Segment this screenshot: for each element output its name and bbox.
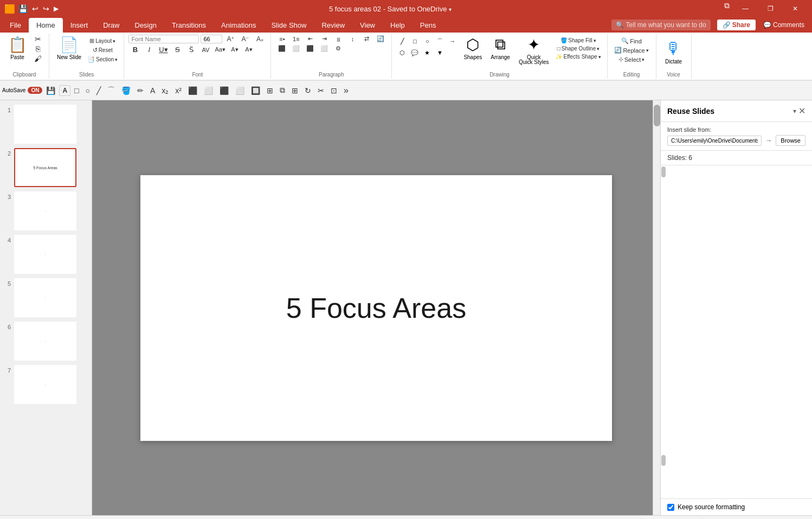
shape-callout[interactable]: 💬 — [409, 47, 421, 58]
search-box[interactable]: 🔍 Tell me what you want to do — [611, 20, 711, 30]
color-btn[interactable]: A▾ — [242, 46, 255, 54]
convert-btn[interactable]: 🔄 — [374, 35, 387, 43]
qa-redo[interactable]: ↪ — [42, 3, 50, 14]
justify-btn[interactable]: ⬜ — [318, 44, 331, 53]
path-arrow-btn[interactable]: → — [764, 135, 774, 146]
align-right2-btn[interactable]: ⬛ — [217, 85, 231, 96]
arrange2-btn[interactable]: ⧉ — [277, 85, 288, 96]
shape-oval-btn[interactable]: ○ — [83, 85, 93, 96]
increase-font-btn[interactable]: A⁺ — [224, 35, 237, 43]
tab-view[interactable]: View — [352, 18, 383, 33]
case-btn[interactable]: Aa▾ — [213, 46, 227, 54]
reuse-panel-dropdown[interactable]: ▾ — [793, 107, 796, 115]
save2-btn[interactable]: 💾 — [43, 85, 58, 96]
align-left2-btn[interactable]: ⬛ — [185, 85, 200, 96]
reset-btn[interactable]: ↺ Reset — [86, 46, 119, 54]
columns-btn[interactable]: ⫼ — [332, 35, 345, 43]
rotate-btn[interactable]: ↻ — [302, 85, 314, 96]
path-input[interactable] — [667, 136, 762, 146]
more-tools-btn[interactable]: » — [341, 85, 351, 97]
shape-line[interactable]: ╱ — [396, 36, 408, 47]
slide-preview-6[interactable]: · — [14, 322, 76, 361]
line-spacing-btn[interactable]: ↕ — [346, 35, 359, 43]
smart-art-btn[interactable]: ⚙ — [332, 44, 345, 53]
text-color-btn[interactable]: A — [147, 85, 158, 96]
decrease-font-btn[interactable]: A⁻ — [239, 35, 252, 43]
reuse-panel-close-btn[interactable]: ✕ — [798, 106, 805, 116]
group-btn[interactable]: ⊞ — [264, 85, 276, 96]
qa-undo[interactable]: ↩ — [31, 3, 40, 14]
shape-down[interactable]: ▼ — [434, 47, 446, 58]
keep-source-formatting-row[interactable]: Keep source formatting — [661, 498, 812, 515]
slide-thumb-3[interactable]: 3 · — [2, 191, 89, 230]
autosave-state[interactable]: ON — [28, 87, 42, 94]
maximize-btn[interactable]: ❐ — [758, 0, 783, 17]
replace-btn[interactable]: 🔄 Replace ▾ — [612, 46, 652, 54]
shape-connector-btn[interactable]: ⌒ — [105, 85, 118, 97]
decrease-indent-btn[interactable]: ⇤ — [304, 35, 317, 43]
tab-draw[interactable]: Draw — [95, 18, 127, 33]
shape-star[interactable]: ★ — [421, 47, 433, 58]
tab-design[interactable]: Design — [127, 18, 164, 33]
shape-more[interactable]: ⬡ — [396, 47, 408, 58]
shadow-btn[interactable]: S̈ — [185, 45, 198, 54]
slide-thumb-5[interactable]: 5 · — [2, 278, 89, 317]
text-box-btn[interactable]: A — [59, 85, 70, 96]
bold-btn[interactable]: B — [128, 45, 141, 54]
shape-connector[interactable]: ⌒ — [434, 36, 446, 47]
shape-effects-btn[interactable]: ✨ Effects Shape ▾ — [554, 53, 602, 60]
line-color-btn[interactable]: ✏ — [134, 85, 146, 96]
font-size-input[interactable] — [201, 35, 222, 43]
align3-btn[interactable]: ⊞ — [289, 85, 301, 96]
tab-transitions[interactable]: Transitions — [164, 18, 214, 33]
qa-save[interactable]: 💾 — [17, 3, 29, 14]
restore-icon[interactable]: ⧉ — [721, 0, 733, 17]
layout-btn[interactable]: ⊞ Layout ▾ — [86, 37, 119, 45]
close-btn[interactable]: ✕ — [783, 0, 808, 17]
slide-preview-7[interactable]: · — [14, 365, 76, 404]
tab-slideshow[interactable]: Slide Show — [263, 18, 314, 33]
comments-btn[interactable]: 💬 Comments — [758, 20, 810, 30]
section-btn[interactable]: 📑 Section ▾ — [86, 55, 119, 63]
shape-rect[interactable]: □ — [409, 36, 421, 47]
shape-arrow[interactable]: → — [446, 36, 458, 47]
share-btn[interactable]: 🔗 Share — [717, 20, 756, 30]
shape-outline-btn[interactable]: □ Shape Outline ▾ — [554, 45, 602, 52]
shape-rect-btn[interactable]: □ — [72, 85, 81, 96]
shape-fill-btn[interactable]: 🪣 Shape Fill ▾ — [554, 37, 602, 44]
minimize-btn[interactable]: — — [733, 0, 758, 17]
slide-preview-4[interactable]: · — [14, 235, 76, 274]
increase-indent-btn[interactable]: ⇥ — [318, 35, 331, 43]
slide-preview-1[interactable] — [14, 105, 76, 144]
shape-oval[interactable]: ○ — [421, 36, 433, 47]
superscript-btn[interactable]: x² — [172, 85, 184, 96]
tab-help[interactable]: Help — [383, 18, 413, 33]
justify2-btn[interactable]: ⬜ — [233, 85, 247, 96]
paste-btn[interactable]: 📋 Paste — [4, 35, 30, 61]
select-btn[interactable]: ⊹ Select ▾ — [612, 55, 652, 63]
align-left-btn[interactable]: ⬛ — [275, 44, 288, 53]
highlight-btn[interactable]: A▾ — [228, 46, 241, 54]
find-btn[interactable]: 🔍 Find — [612, 37, 652, 45]
slide-thumb-4[interactable]: 4 · — [2, 235, 89, 274]
cut-btn[interactable]: ✂ — [31, 35, 44, 43]
align-right-btn[interactable]: ⬛ — [304, 44, 317, 53]
tab-insert[interactable]: Insert — [63, 18, 96, 33]
crop-btn[interactable]: ✂ — [315, 85, 327, 96]
vertical-scrollbar[interactable] — [653, 100, 660, 515]
tab-file[interactable]: File — [2, 18, 29, 33]
save-dropdown[interactable]: ▾ — [449, 7, 452, 12]
copy-btn[interactable]: ⎘ — [31, 44, 44, 53]
strikethrough-btn[interactable]: S — [171, 45, 184, 54]
qa-present[interactable]: ▶ — [53, 4, 60, 14]
text-direction-btn[interactable]: ⇄ — [360, 35, 373, 43]
slide-preview-2[interactable]: 5 Focus Areas — [14, 148, 76, 187]
underline-btn[interactable]: U▾ — [157, 45, 170, 54]
size-btn[interactable]: ⊡ — [328, 85, 340, 96]
shapes-btn[interactable]: ⬡ Shapes — [460, 35, 485, 61]
italic-btn[interactable]: I — [143, 45, 156, 54]
reuse-panel-scrollbar[interactable] — [661, 165, 666, 498]
subscript-btn[interactable]: x₂ — [159, 85, 171, 96]
dictate-btn[interactable]: 🎙 Dictate — [661, 39, 687, 66]
align-center-btn[interactable]: ⬜ — [289, 44, 302, 53]
